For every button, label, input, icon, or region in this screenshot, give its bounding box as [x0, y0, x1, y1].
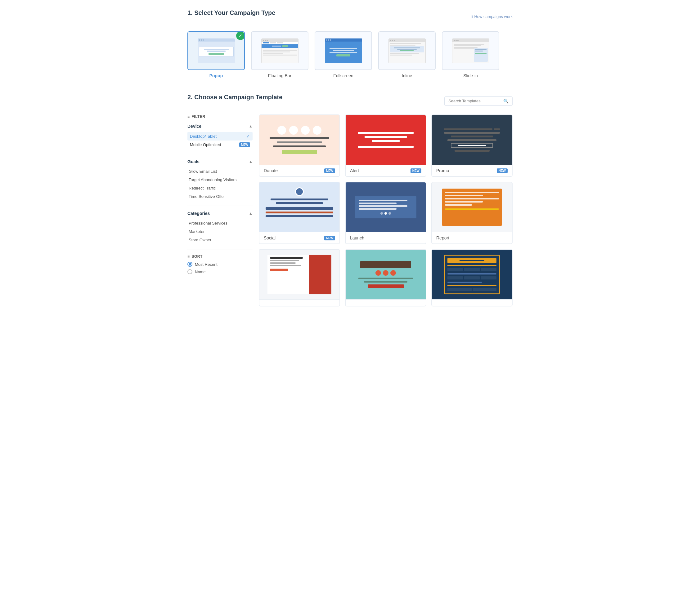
categories-section: Categories ▲ Professional Services Marke…	[187, 211, 253, 249]
template-launch[interactable]: Launch	[345, 182, 426, 244]
promo-name: Promo	[436, 168, 449, 173]
sort-name[interactable]: Name	[187, 269, 253, 274]
campaign-type-slide-in[interactable]: Slide-in	[442, 31, 499, 78]
goal-grow-email-list[interactable]: Grow Email List	[187, 167, 253, 176]
goals-chevron-icon: ▲	[249, 160, 253, 164]
promo-thumbnail	[432, 115, 512, 165]
fullscreen-card[interactable]	[315, 31, 372, 70]
device-section-title: Device	[187, 124, 201, 129]
goal-time-sensitive[interactable]: Time Sensitive Offer	[187, 192, 253, 201]
alert-badge: NEW	[411, 168, 421, 173]
goal-target-abandoning[interactable]: Target Abandoning Visitors	[187, 176, 253, 184]
sort-name-label: Name	[195, 269, 206, 274]
inline-card[interactable]	[378, 31, 436, 70]
sort-header: ≡ SORT	[187, 254, 253, 259]
filter-label: FILTER	[192, 114, 205, 119]
sort-most-recent-label: Most Recent	[195, 262, 217, 267]
device-section: Device ▲ Desktop/Tablet ✓ Mobile Optimiz…	[187, 124, 253, 154]
store-owner-label: Store Owner	[189, 238, 211, 242]
floating-bar-illustration	[261, 38, 299, 63]
row3a-thumbnail	[259, 250, 339, 299]
row3a-footer	[259, 299, 339, 306]
row3b-footer	[346, 299, 426, 306]
popup-label: Popup	[210, 73, 223, 78]
slide-in-card[interactable]	[442, 31, 499, 70]
professional-services-label: Professional Services	[189, 221, 227, 226]
template-promo[interactable]: Promo NEW	[431, 114, 513, 177]
categories-chevron-icon: ▲	[249, 211, 253, 216]
social-thumbnail	[259, 183, 339, 232]
donate-footer: Donate NEW	[259, 165, 339, 176]
campaign-type-list: ✓ Popup	[187, 31, 513, 78]
goal-redirect-traffic[interactable]: Redirect Traffic	[187, 184, 253, 192]
template-grid: Donate NEW Alert	[259, 114, 513, 306]
category-marketer[interactable]: Marketer	[187, 227, 253, 236]
template-report[interactable]: Report	[431, 182, 513, 244]
device-desktop-tablet[interactable]: Desktop/Tablet ✓	[187, 132, 253, 140]
sort-name-radio[interactable]	[187, 269, 192, 274]
search-box[interactable]: 🔍	[444, 97, 513, 106]
social-badge: NEW	[324, 236, 335, 240]
goals-section: Goals ▲ Grow Email List Target Abandonin…	[187, 159, 253, 206]
time-sensitive-label: Time Sensitive Offer	[189, 194, 225, 199]
mobile-optimized-label: Mobile Optimized	[190, 142, 221, 147]
popup-illustration	[198, 38, 235, 63]
inline-label: Inline	[402, 73, 412, 78]
donate-name: Donate	[264, 168, 278, 173]
promo-badge: NEW	[497, 168, 508, 173]
device-section-header[interactable]: Device ▲	[187, 124, 253, 129]
template-donate[interactable]: Donate NEW	[259, 114, 340, 177]
info-icon: ℹ	[471, 14, 473, 19]
device-mobile-optimized[interactable]: Mobile Optimized NEW	[187, 140, 253, 149]
sort-label: SORT	[192, 254, 203, 259]
section1-title: 1. Select Your Campaign Type	[187, 9, 275, 16]
template-row3c[interactable]	[431, 249, 513, 306]
donate-thumbnail	[259, 115, 339, 165]
template-alert[interactable]: Alert NEW	[345, 114, 426, 177]
row3c-footer	[432, 299, 512, 306]
campaign-type-floating-bar[interactable]: Floating Bar	[251, 31, 309, 78]
sort-most-recent-radio[interactable]	[187, 262, 192, 267]
row3b-thumbnail	[346, 250, 426, 299]
slide-in-label: Slide-in	[463, 73, 478, 78]
floating-bar-card[interactable]	[251, 31, 309, 70]
marketer-label: Marketer	[189, 229, 204, 234]
category-professional-services[interactable]: Professional Services	[187, 219, 253, 227]
template-row3b[interactable]	[345, 249, 426, 306]
campaign-type-fullscreen[interactable]: Fullscreen	[315, 31, 372, 78]
launch-name: Launch	[350, 236, 364, 240]
goals-section-header[interactable]: Goals ▲	[187, 159, 253, 164]
popup-card[interactable]: ✓	[187, 31, 245, 70]
target-abandoning-label: Target Abandoning Visitors	[189, 177, 236, 182]
categories-section-title: Categories	[187, 211, 210, 216]
search-icon: 🔍	[503, 99, 509, 104]
goals-section-title: Goals	[187, 159, 200, 164]
sort-section: ≡ SORT Most Recent Name	[187, 254, 253, 274]
template-social[interactable]: Social NEW	[259, 182, 340, 244]
alert-footer: Alert NEW	[346, 165, 426, 176]
alert-name: Alert	[350, 168, 359, 173]
report-name: Report	[436, 236, 449, 240]
campaign-type-popup[interactable]: ✓ Popup	[187, 31, 245, 78]
template-row3a[interactable]	[259, 249, 340, 306]
filter-header: ≡ FILTER	[187, 114, 253, 119]
sort-icon: ≡	[187, 254, 190, 259]
report-footer: Report	[432, 232, 512, 243]
inline-illustration	[388, 38, 426, 63]
filter-icon: ≡	[187, 114, 190, 119]
launch-footer: Launch	[346, 232, 426, 243]
redirect-traffic-label: Redirect Traffic	[189, 186, 216, 190]
sort-most-recent[interactable]: Most Recent	[187, 262, 253, 267]
selected-checkmark: ✓	[236, 31, 245, 40]
how-campaigns-link[interactable]: ℹ How campaigns work	[471, 14, 513, 19]
search-input[interactable]	[448, 99, 501, 103]
alert-thumbnail	[346, 115, 426, 165]
category-store-owner[interactable]: Store Owner	[187, 236, 253, 244]
promo-footer: Promo NEW	[432, 165, 512, 176]
slide-in-illustration	[452, 38, 489, 63]
social-footer: Social NEW	[259, 232, 339, 243]
fullscreen-illustration	[325, 38, 362, 63]
sort-most-recent-radio-fill	[189, 263, 191, 265]
campaign-type-inline[interactable]: Inline	[378, 31, 436, 78]
categories-section-header[interactable]: Categories ▲	[187, 211, 253, 216]
